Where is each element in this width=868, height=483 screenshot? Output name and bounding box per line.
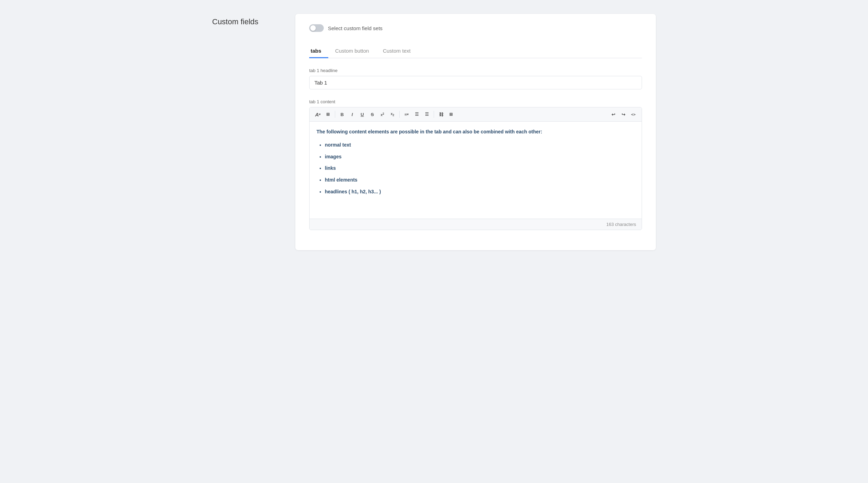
font-dropdown-icon: ▾ xyxy=(319,113,321,116)
code-button[interactable]: <> xyxy=(628,109,638,119)
custom-field-sets-toggle[interactable] xyxy=(309,24,324,32)
toolbar-insert-group: ⛓ ⊞ xyxy=(436,109,456,119)
bold-button[interactable]: B xyxy=(337,109,347,119)
align-dropdown-icon: ▾ xyxy=(407,113,409,116)
underline-button[interactable]: U xyxy=(357,109,367,119)
link-icon: ⛓ xyxy=(439,112,443,117)
editor-content-area[interactable]: The following content elements are possi… xyxy=(310,122,642,219)
superscript-button[interactable]: x2 xyxy=(377,109,387,119)
tab-custom-button[interactable]: Custom button xyxy=(328,44,376,58)
toggle-row: Select custom field sets xyxy=(309,24,642,32)
separator-3 xyxy=(434,111,434,118)
unordered-list-button[interactable]: ☰ xyxy=(412,109,422,119)
undo-button[interactable]: ↩ xyxy=(608,109,618,119)
toolbar-format-group: B I U S x2 xyxy=(337,109,397,119)
redo-icon: ↪ xyxy=(622,112,625,117)
headline-field-section: tab 1 headline xyxy=(309,68,642,89)
content-field-section: tab 1 content A ▾ ⊞ xyxy=(309,99,642,230)
italic-icon: I xyxy=(351,112,353,117)
unordered-list-icon: ☰ xyxy=(415,112,419,117)
char-count: 163 characters xyxy=(606,222,636,227)
font-icon: A xyxy=(315,112,319,117)
separator-2 xyxy=(399,111,400,118)
editor-list: normal text images links html elements h… xyxy=(316,141,635,196)
sidebar: Custom fields xyxy=(212,14,281,250)
underline-icon: U xyxy=(361,112,364,117)
toggle-thumb xyxy=(310,25,316,31)
toggle-label: Select custom field sets xyxy=(328,25,383,31)
editor-toolbar: A ▾ ⊞ B I xyxy=(310,107,642,122)
list-item: headlines ( h1, h2, h3... ) xyxy=(325,188,635,196)
main-panel: Select custom field sets tabs Custom but… xyxy=(295,14,656,250)
table-button[interactable]: ⊞ xyxy=(446,109,456,119)
strikethrough-button[interactable]: S xyxy=(367,109,377,119)
toolbar-list-group: ≡ ▾ ☰ ☰ xyxy=(402,109,432,119)
list-item: images xyxy=(325,153,635,161)
toolbar-history-group: ↩ ↪ <> xyxy=(608,109,638,119)
font-button[interactable]: A ▾ xyxy=(313,109,323,119)
content-field-label: tab 1 content xyxy=(309,99,642,104)
strikethrough-icon: S xyxy=(371,112,374,117)
editor-bold-intro: The following content elements are possi… xyxy=(316,128,635,136)
bold-icon: B xyxy=(340,112,344,117)
redo-button[interactable]: ↪ xyxy=(618,109,628,119)
page-title: Custom fields xyxy=(212,17,281,26)
tab-tabs[interactable]: tabs xyxy=(309,44,328,58)
toolbar-font-group: A ▾ ⊞ xyxy=(313,109,333,119)
rich-text-editor: A ▾ ⊞ B I xyxy=(309,107,642,230)
code-icon: <> xyxy=(631,112,635,117)
subscript-icon: x2 xyxy=(391,112,394,117)
list-item: html elements xyxy=(325,176,635,184)
tabs-navigation: tabs Custom button Custom text xyxy=(309,44,642,58)
list-item: links xyxy=(325,164,635,173)
expand-icon: ⊞ xyxy=(326,112,330,117)
expand-button[interactable]: ⊞ xyxy=(323,109,333,119)
ordered-list-button[interactable]: ☰ xyxy=(422,109,432,119)
superscript-icon: x2 xyxy=(381,112,384,117)
editor-footer: 163 characters xyxy=(310,219,642,230)
undo-icon: ↩ xyxy=(611,112,615,117)
toggle-track xyxy=(309,24,324,32)
table-icon: ⊞ xyxy=(449,112,453,117)
subscript-button[interactable]: x2 xyxy=(388,109,397,119)
headline-field-label: tab 1 headline xyxy=(309,68,642,73)
tab-custom-text[interactable]: Custom text xyxy=(376,44,417,58)
ordered-list-icon: ☰ xyxy=(425,112,429,117)
italic-button[interactable]: I xyxy=(347,109,357,119)
link-button[interactable]: ⛓ xyxy=(436,109,446,119)
headline-input[interactable] xyxy=(309,76,642,89)
separator-1 xyxy=(335,111,335,118)
list-item: normal text xyxy=(325,141,635,149)
align-button[interactable]: ≡ ▾ xyxy=(402,109,411,119)
